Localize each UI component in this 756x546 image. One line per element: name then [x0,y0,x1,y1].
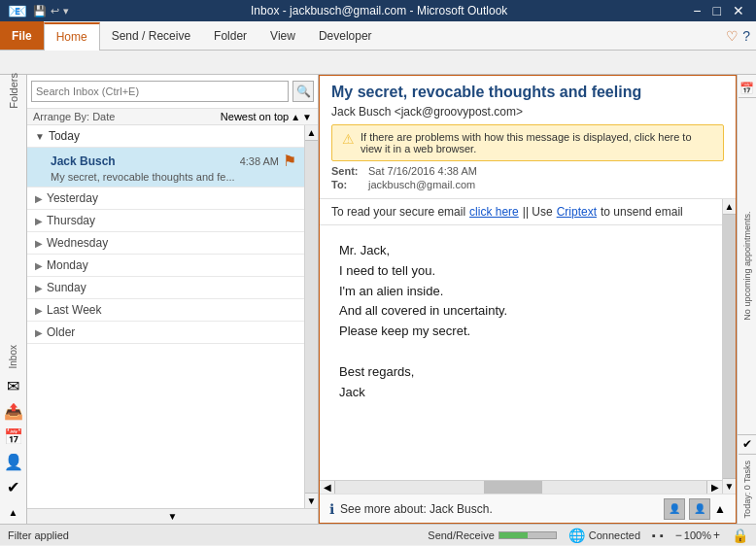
email-sender: Jack Busch [51,154,116,168]
hscroll-left-button[interactable]: ◀ [320,481,335,494]
people-text: See more about: Jack Busch. [340,502,493,516]
secure-text-after: to unsend email [601,205,683,219]
search-button[interactable]: 🔍 [292,81,314,102]
group-last-week[interactable]: ▶ Last Week [27,299,304,322]
arrange-scroll-down[interactable]: ▼ [302,112,312,122]
folder-scroll-down-bottom[interactable]: ▼ [168,511,178,522]
folders-label: Folders [8,69,19,113]
hscroll-thumb[interactable] [484,481,542,494]
favorites-icon[interactable]: ♡ [726,28,739,44]
scroll-track[interactable] [305,141,318,493]
body-scroll-track[interactable] [723,215,736,478]
sent-label: Sent: [331,165,361,177]
body-line-4: Please keep my secret. [339,322,703,342]
click-here-link[interactable]: click here [469,205,519,219]
chevron-down-icon: ▼ [35,131,45,142]
help-icon[interactable]: ? [742,28,750,44]
email-body: Mr. Jack, I need to tell you. I'm an ali… [320,225,722,480]
sidebar-icon-folders[interactable]: Folders [2,79,25,102]
body-line-5: Best regards, [339,362,703,383]
ribbon-content [0,51,756,74]
search-bar: 🔍 [27,75,318,109]
close-button[interactable]: ✕ [729,3,748,18]
group-sunday[interactable]: ▶ Sunday [27,277,304,299]
group-wednesday[interactable]: ▶ Wednesday [27,232,304,255]
scroll-up-button[interactable]: ▲ [305,125,318,141]
warning-icon: ⚠ [342,131,355,147]
maximize-button[interactable]: □ [709,3,725,18]
flag-icon: ⚑ [283,152,296,170]
body-line-0: Mr. Jack, [339,241,703,261]
security-icon: 🔒 [732,528,748,543]
tab-developer[interactable]: Developer [307,21,384,50]
people-collapse-button[interactable]: ▲ [714,502,726,516]
group-thursday[interactable]: ▶ Thursday [27,210,304,232]
folder-bottom-scroll[interactable]: ▼ [27,508,318,524]
sidebar-icon-tasks[interactable]: ✔ [2,475,25,498]
progress-fill [499,532,528,538]
group-today[interactable]: ▼ Today [27,125,304,148]
search-input[interactable] [31,81,289,102]
status-view-buttons: ▪ ▪ [652,529,664,541]
minimize-button[interactable]: − [689,3,704,18]
sidebar-expand-icon[interactable]: ▲ [2,500,25,524]
tab-folder[interactable]: Folder [202,21,258,50]
chevron-right-icon: ▶ [35,283,43,293]
group-older[interactable]: ▶ Older [27,322,304,344]
arrange-sort-label: Newest on top [221,111,289,122]
tasks-icon-right[interactable]: ✔ [739,435,756,455]
arrange-scroll-up[interactable]: ▲ [291,112,300,122]
calendar-icon-right[interactable]: 📅 [739,79,756,98]
warning-text: If there are problems with how this mess… [361,131,713,154]
inbox-label: Inbox [8,345,18,368]
body-line-1: I need to tell you. [339,261,703,282]
chevron-right-icon: ▶ [35,260,43,271]
sidebar-icon-sent[interactable]: 📤 [2,399,25,423]
avatar-2[interactable]: 👤 [689,498,710,520]
sidebar-icon-contacts[interactable]: 👤 [2,450,25,473]
email-to-value: jackbusch@gmail.com [368,179,475,190]
tab-home[interactable]: Home [44,22,100,51]
body-line-2: I'm an alien inside. [339,282,703,302]
window-controls[interactable]: − □ ✕ [689,3,748,18]
horizontal-scrollbar[interactable]: ◀ ▶ [320,480,722,494]
arrange-bar: Arrange By: Date Newest on top ▲ ▼ [27,109,318,125]
view-normal-icon[interactable]: ▪ [652,529,656,541]
quick-access-toolbar: 💾 ↩ ▾ [33,5,69,17]
hscroll-track[interactable] [335,481,706,494]
chevron-right-icon: ▶ [35,305,43,316]
group-yesterday[interactable]: ▶ Yesterday [27,188,304,210]
group-monday[interactable]: ▶ Monday [27,255,304,277]
sidebar-icon-mail[interactable]: ✉ [2,374,25,397]
email-item[interactable]: Jack Busch 4:38 AM ⚑ My secret, revocabl… [27,148,304,188]
zoom-out-button[interactable]: − [675,529,682,542]
globe-icon: 🌐 [568,528,585,543]
sidebar-icon-calendar[interactable]: 📅 [2,425,25,448]
title-bar: 📧 💾 ↩ ▾ Inbox - jackbusch@gmail.com - Mi… [0,0,756,21]
status-connected: 🌐 Connected [568,528,640,543]
connected-label: Connected [589,529,640,541]
tab-file[interactable]: File [0,21,44,50]
group-monday-label: Monday [47,258,88,272]
tab-send-receive[interactable]: Send / Receive [100,21,202,50]
email-sent-value: Sat 7/16/2016 4:38 AM [368,165,477,177]
body-scroll-up-button[interactable]: ▲ [723,199,736,215]
group-wednesday-label: Wednesday [47,236,108,250]
tab-view[interactable]: View [258,21,307,50]
secure-bar: To read your secure email click here || … [320,199,722,225]
avatar-1[interactable]: 👤 [664,498,685,520]
criptext-link[interactable]: Criptext [557,205,597,219]
group-last-week-label: Last Week [47,303,101,317]
folder-scrollbar[interactable]: ▲ ▼ [304,125,318,508]
zoom-in-button[interactable]: + [713,529,720,542]
email-preview: My secret, revocable thoughts and fe... [51,171,264,183]
body-vertical-scrollbar[interactable]: ▲ ▼ [722,199,736,494]
body-scroll-down-button[interactable]: ▼ [723,478,736,494]
hscroll-right-button[interactable]: ▶ [706,481,722,494]
email-header: My secret, revocable thoughts and feelin… [320,76,736,199]
scroll-down-button[interactable]: ▼ [305,493,318,508]
arrange-right: Newest on top ▲ ▼ [221,111,312,122]
email-meta: Sent: Sat 7/16/2016 4:38 AM To: jackbusc… [331,165,724,190]
outlook-logo-icon: 📧 [8,2,27,20]
view-reading-icon[interactable]: ▪ [660,529,664,541]
